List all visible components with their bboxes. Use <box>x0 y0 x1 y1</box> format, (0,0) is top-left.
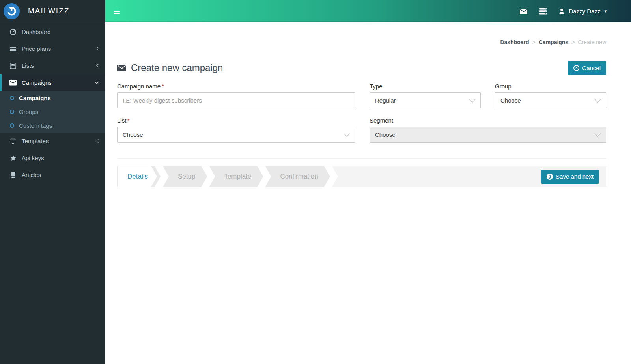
chevron-down-icon <box>344 133 350 137</box>
chevron-left-icon <box>96 47 99 51</box>
sidebar-subitem-label: Custom tags <box>19 122 52 129</box>
group-select[interactable]: Choose <box>495 92 606 108</box>
sidebar-subitem-groups[interactable]: Groups <box>0 105 105 119</box>
sidebar-item-label: Api keys <box>22 155 44 161</box>
servers-icon[interactable] <box>539 8 547 15</box>
field-type: Type Regular <box>370 83 481 108</box>
sidebar-subitem-campaigns[interactable]: Campaigns <box>0 91 105 105</box>
sidebar-item-templates[interactable]: Templates <box>0 133 105 149</box>
sidebar-item-label: Templates <box>22 138 49 144</box>
sidebar-item-price-plans[interactable]: Price plans <box>0 40 105 57</box>
wizard-step-arrow <box>151 166 161 187</box>
mailwizz-logo-icon <box>4 3 20 19</box>
envelope-title-icon <box>117 65 126 71</box>
brand[interactable]: MAILWIZZ <box>0 0 105 22</box>
chevron-down-icon <box>95 81 99 84</box>
breadcrumb-link-campaigns[interactable]: Campaigns <box>539 39 568 45</box>
breadcrumb-link-dashboard[interactable]: Dashboard <box>500 39 529 45</box>
circle-icon <box>10 96 14 100</box>
main-content: Dashboard > Campaigns > Create new Creat… <box>105 22 631 364</box>
field-campaign-name: Campaign name* <box>117 83 355 108</box>
save-and-next-button[interactable]: ❯ Save and next <box>541 170 599 184</box>
topbar-right: Dazzy Dazz ▾ <box>520 8 607 15</box>
dashboard-icon <box>9 28 17 35</box>
messages-envelope-icon[interactable] <box>520 9 527 14</box>
brand-name: MAILWIZZ <box>28 7 69 15</box>
sidebar-subitem-label: Campaigns <box>19 95 51 101</box>
required-marker: * <box>162 83 164 90</box>
sidebar-item-api-keys[interactable]: Api keys <box>0 149 105 166</box>
title-row: Create new campaign ✕ Cancel <box>117 61 606 75</box>
type-label: Type <box>370 83 481 90</box>
sidebar: MAILWIZZ Dashboard Price plans Lists <box>0 0 105 364</box>
sidebar-item-label: Articles <box>22 172 41 178</box>
section-divider <box>117 158 606 159</box>
text-t-icon <box>9 138 17 144</box>
sidebar-item-label: Campaigns <box>22 79 52 86</box>
sidebar-item-label: Price plans <box>22 45 51 52</box>
user-icon <box>558 8 565 15</box>
wizard-step-details[interactable]: Details <box>118 166 151 187</box>
sidebar-item-lists[interactable]: Lists <box>0 57 105 74</box>
topbar: Dazzy Dazz ▾ <box>105 0 631 22</box>
field-group: Group Choose <box>495 83 606 108</box>
cancel-button[interactable]: ✕ Cancel <box>568 61 606 75</box>
chevron-down-icon <box>594 133 601 137</box>
type-select-value: Regular <box>375 97 396 104</box>
chevron-down-icon <box>469 99 476 103</box>
sidebar-subitem-label: Groups <box>19 108 38 115</box>
user-menu[interactable]: Dazzy Dazz ▾ <box>558 8 607 15</box>
sidebar-nav: Dashboard Price plans Lists Campai <box>0 22 105 183</box>
book-icon <box>9 172 17 178</box>
campaign-name-label: Campaign name* <box>117 83 355 90</box>
caret-down-icon: ▾ <box>604 9 607 14</box>
page-title: Create new campaign <box>117 62 223 73</box>
wizard-step-template: Template <box>209 166 263 187</box>
sidebar-subitem-custom-tags[interactable]: Custom tags <box>0 119 105 133</box>
campaign-name-input[interactable] <box>117 92 355 108</box>
chevron-down-icon <box>594 99 601 103</box>
group-select-value: Choose <box>500 97 521 104</box>
user-name: Dazzy Dazz <box>569 8 600 15</box>
segment-select: Choose <box>370 127 606 143</box>
sidebar-item-articles[interactable]: Articles <box>0 166 105 183</box>
segment-label: Segment <box>370 117 606 124</box>
field-list: List* Choose <box>117 117 355 143</box>
sidebar-item-dashboard[interactable]: Dashboard <box>0 23 105 40</box>
campaigns-submenu: Campaigns Groups Custom tags <box>0 91 105 133</box>
wizard-fill: ❯ Save and next <box>332 166 606 187</box>
breadcrumb-separator: > <box>571 39 575 45</box>
credit-card-icon <box>9 45 17 52</box>
circle-icon <box>10 123 14 128</box>
sidebar-toggle-button[interactable] <box>112 6 121 17</box>
wizard-step-setup: Setup <box>163 166 207 187</box>
required-marker: * <box>127 117 130 124</box>
campaign-form: Campaign name* Type Regular Group Choose <box>117 83 606 143</box>
cancel-circle-icon: ✕ <box>573 65 579 71</box>
sidebar-item-label: Dashboard <box>22 28 50 35</box>
envelope-icon <box>9 80 17 86</box>
breadcrumb-separator: > <box>532 39 536 45</box>
star-icon <box>9 155 17 161</box>
wizard-step-confirmation: Confirmation <box>265 166 330 187</box>
breadcrumb-current: Create new <box>578 39 606 45</box>
field-segment: Segment Choose <box>370 117 606 143</box>
chevron-left-icon <box>96 63 99 68</box>
list-label: List* <box>117 117 355 124</box>
segment-select-value: Choose <box>375 131 396 138</box>
group-label: Group <box>495 83 606 90</box>
wizard-bar: Details Setup Template Confirmation ❯ Sa… <box>117 166 606 187</box>
chevron-left-icon <box>96 139 99 143</box>
sidebar-item-label: Lists <box>22 62 34 69</box>
list-select-value: Choose <box>123 131 143 138</box>
circle-icon <box>10 110 14 114</box>
list-select[interactable]: Choose <box>117 127 355 143</box>
type-select[interactable]: Regular <box>370 92 481 108</box>
sidebar-item-campaigns[interactable]: Campaigns <box>0 74 105 91</box>
breadcrumb: Dashboard > Campaigns > Create new <box>117 39 606 45</box>
arrow-right-circle-icon: ❯ <box>547 174 553 180</box>
list-box-icon <box>9 62 17 69</box>
